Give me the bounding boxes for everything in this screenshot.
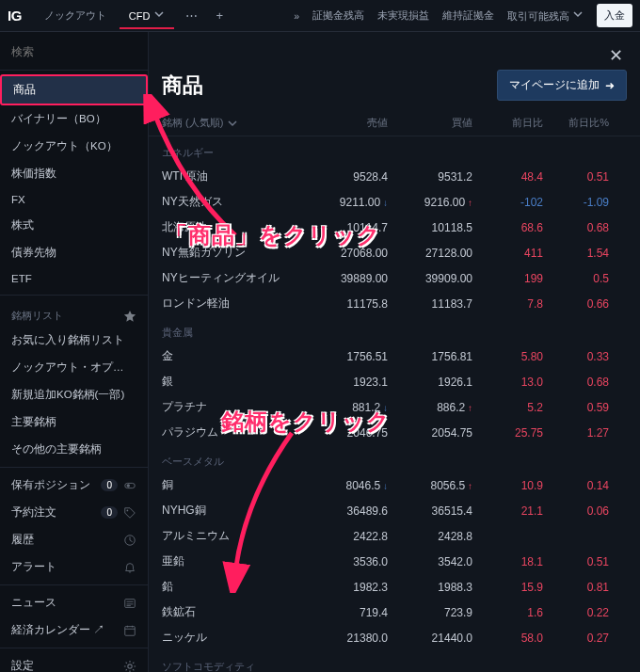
link-pnl[interactable]: 未実現損益 <box>377 9 429 23</box>
table-row[interactable]: パラジウム2046.752054.7525.751.27 <box>149 420 640 445</box>
sidebar-pos-item[interactable]: 履歴 <box>0 526 148 553</box>
cell-name: ロンドン軽油 <box>162 296 303 312</box>
sidebar-pos-item[interactable]: アラート <box>0 553 148 581</box>
table-row[interactable]: 鉛1982.31988.315.90.81 <box>149 574 640 600</box>
cell-pct: 0.59 <box>543 401 609 414</box>
cell-buy: 10118.5 <box>388 221 472 234</box>
sidebar-category-item[interactable]: 株価指数 <box>0 160 148 187</box>
table-row[interactable]: アルミニウム2422.82428.8 <box>149 523 640 549</box>
cell-name: WTI 原油 <box>162 168 303 184</box>
table-row[interactable]: 銀1923.11926.113.00.68 <box>149 369 640 394</box>
section-header: 貴金属 <box>149 316 640 344</box>
tab-cfd[interactable]: CFD <box>120 3 174 29</box>
cell-name: 鉛 <box>162 579 303 595</box>
news-icon <box>123 597 136 610</box>
cell-buy: 9216.00 <box>388 196 472 209</box>
cell-buy: 723.9 <box>388 606 472 619</box>
svg-rect-6 <box>125 626 136 635</box>
col-sell[interactable]: 売値 <box>303 116 388 130</box>
cell-sell: 9211.00 <box>303 196 388 209</box>
cell-buy: 886.2 <box>388 401 472 414</box>
cell-pct: 0.14 <box>543 479 609 492</box>
sidebar-category-item[interactable]: ノックアウト（KO） <box>0 133 148 160</box>
sidebar-list-label: 銘柄リスト <box>0 299 148 327</box>
table-row[interactable]: NY天然ガス9211.009216.00-102-1.09 <box>149 189 640 215</box>
cell-name: パラジウム <box>162 424 303 440</box>
section-header: エネルギー <box>149 136 640 164</box>
sidebar-category-item[interactable]: 株式 <box>0 212 148 239</box>
cell-sell: 719.4 <box>303 606 388 619</box>
sidebar-list-item[interactable]: 主要銘柄 <box>0 408 148 436</box>
sidebar-category-item[interactable]: 商品 <box>0 74 148 105</box>
link-maint[interactable]: 維持証拠金 <box>442 9 494 23</box>
sidebar-category-item[interactable]: FX <box>0 187 148 212</box>
cell-pct: 0.33 <box>543 350 609 363</box>
add-to-mypage-button[interactable]: マイページに追加 ➜ <box>497 70 627 101</box>
cell-chg: 199 <box>472 272 543 285</box>
deposit-button[interactable]: 入金 <box>597 4 632 27</box>
cell-buy: 9531.2 <box>388 170 472 184</box>
chevron-right-icon[interactable]: » <box>294 10 299 22</box>
cell-sell: 11175.8 <box>303 297 388 311</box>
table-row[interactable]: プラチナ881.2886.25.20.59 <box>149 394 640 420</box>
table-row[interactable]: NY無鉛ガソリン27068.0027128.004111.54 <box>149 240 640 265</box>
table-row[interactable]: NYヒーティングオイル39889.0039909.001990.5 <box>149 265 640 291</box>
tag-icon <box>123 506 136 520</box>
table-row[interactable]: NYHG銅36489.636515.421.10.06 <box>149 498 640 523</box>
col-name[interactable]: 銘柄 (人気順) <box>162 116 303 130</box>
table-row[interactable]: 北海原油10114.710118.568.60.68 <box>149 215 640 240</box>
chevron-down-icon <box>227 118 238 129</box>
arrow-right-icon: ➜ <box>605 79 615 92</box>
link-avail[interactable]: 取引可能残高 <box>507 8 584 24</box>
tab-more-icon[interactable]: ⋯ <box>178 3 205 28</box>
table-row[interactable]: 金1756.511756.815.800.33 <box>149 344 640 369</box>
star-icon[interactable] <box>123 310 136 323</box>
sidebar-info-item[interactable]: 経済カレンダー ↗ <box>0 616 148 644</box>
link-margin[interactable]: 証拠金残高 <box>312 9 364 23</box>
sidebar-list-item[interactable]: その他の主要銘柄 <box>0 436 148 463</box>
cell-sell: 2422.8 <box>303 530 388 543</box>
table-row[interactable]: WTI 原油9528.49531.248.40.51 <box>149 164 640 189</box>
cell-chg: 5.2 <box>472 401 543 414</box>
cell-name: 亜鉛 <box>162 553 303 569</box>
cell-buy: 39909.00 <box>388 272 472 285</box>
table-row[interactable]: 亜鉛3536.03542.018.10.51 <box>149 549 640 574</box>
table-row[interactable]: 鉄鉱石719.4723.91.60.22 <box>149 600 640 625</box>
search-input[interactable] <box>11 45 149 58</box>
cell-sell: 10114.7 <box>303 221 388 234</box>
tab-add-icon[interactable]: + <box>209 3 232 28</box>
sidebar-pos-item[interactable]: 保有ポジション0 <box>0 472 148 499</box>
cell-pct: 0.51 <box>543 170 609 184</box>
sidebar-list-item[interactable]: 新規追加KO銘柄(一部) <box>0 381 148 408</box>
cell-buy: 1988.3 <box>388 581 472 594</box>
sidebar-category-item[interactable]: 債券先物 <box>0 239 148 266</box>
cell-chg: 25.75 <box>472 426 543 440</box>
cell-pct: 1.27 <box>543 426 609 440</box>
cell-chg: 13.0 <box>472 376 543 389</box>
table-row[interactable]: ロンドン軽油11175.811183.77.80.66 <box>149 291 640 316</box>
section-header: ベースメタル <box>149 445 640 472</box>
sidebar-list-item[interactable]: ノックアウト・オプ… <box>0 354 148 381</box>
sidebar-pos-item[interactable]: 予約注文0 <box>0 499 148 526</box>
logo: IG <box>8 8 22 24</box>
col-chg[interactable]: 前日比 <box>472 116 543 130</box>
sidebar-category-item[interactable]: バイナリー（BO） <box>0 105 148 133</box>
col-pct[interactable]: 前日比% <box>543 116 609 130</box>
sidebar-list-item[interactable]: お気に入り銘柄リスト <box>0 327 148 354</box>
cell-pct: 0.81 <box>543 581 609 594</box>
col-buy[interactable]: 買値 <box>388 116 472 130</box>
cell-chg: 58.0 <box>472 632 543 645</box>
table-row[interactable]: ニッケル21380.021440.058.00.27 <box>149 625 640 650</box>
sidebar-category-item[interactable]: ETF <box>0 266 148 291</box>
tabs: ノックアウト CFD ⋯ + <box>35 3 231 29</box>
table-row[interactable]: 銅8046.58056.510.90.14 <box>149 472 640 498</box>
tab-knockout[interactable]: ノックアウト <box>35 3 116 28</box>
cell-chg: 411 <box>472 247 543 260</box>
cell-name: NY天然ガス <box>162 194 303 210</box>
bell-icon <box>123 561 136 574</box>
close-icon[interactable]: ✕ <box>605 41 627 70</box>
chevron-down-icon <box>572 8 584 20</box>
cell-name: NYHG銅 <box>162 503 303 519</box>
sidebar-info-item[interactable]: ニュース <box>0 589 148 616</box>
sidebar-settings[interactable]: 設定 <box>0 652 148 672</box>
